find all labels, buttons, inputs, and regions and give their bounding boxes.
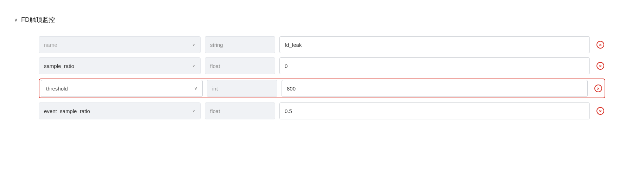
dropdown-chevron-icon-row-event-sample-ratio: ∨	[192, 108, 195, 113]
dropdown-chevron-icon-row-name: ∨	[192, 42, 195, 47]
section-title: FD触顶监控	[21, 15, 55, 24]
form-row-row-name: name∨stringfd_leak×	[39, 36, 605, 53]
field-type-row-event-sample-ratio: float	[205, 102, 275, 119]
form-rows-container: name∨stringfd_leak×sample_ratio∨float0×t…	[11, 36, 633, 119]
circle-x-icon-row-name: ×	[596, 41, 604, 49]
delete-button-row-name[interactable]: ×	[595, 41, 605, 49]
circle-x-icon-row-event-sample-ratio: ×	[596, 107, 604, 115]
circle-x-icon-row-sample-ratio: ×	[596, 62, 604, 70]
field-name-text-row-sample-ratio: sample_ratio	[44, 63, 74, 69]
field-name-dropdown-row-event-sample-ratio[interactable]: event_sample_ratio∨	[39, 102, 201, 119]
form-row-row-threshold: threshold∨int800×	[39, 79, 605, 98]
field-name-text-row-name: name	[44, 42, 57, 48]
field-type-row-sample-ratio: float	[205, 57, 275, 74]
form-row-row-event-sample-ratio: event_sample_ratio∨float0.5×	[39, 102, 605, 119]
delete-button-row-event-sample-ratio[interactable]: ×	[595, 107, 605, 115]
chevron-down-icon[interactable]: ∨	[14, 17, 18, 23]
section-header: ∨ FD触顶监控	[11, 11, 633, 29]
field-name-text-row-event-sample-ratio: event_sample_ratio	[44, 108, 90, 114]
delete-button-row-sample-ratio[interactable]: ×	[595, 62, 605, 70]
field-name-dropdown-row-threshold[interactable]: threshold∨	[41, 80, 203, 97]
delete-button-row-threshold[interactable]: ×	[593, 85, 603, 92]
field-value-row-name[interactable]: fd_leak	[279, 36, 590, 53]
dropdown-chevron-icon-row-sample-ratio: ∨	[192, 63, 195, 68]
field-name-text-row-threshold: threshold	[46, 86, 68, 92]
field-value-row-threshold[interactable]: 800	[282, 80, 588, 97]
field-value-row-sample-ratio[interactable]: 0	[279, 57, 590, 74]
field-type-row-threshold: int	[207, 80, 277, 97]
fd-monitor-section: ∨ FD触顶监控 name∨stringfd_leak×sample_ratio…	[0, 7, 644, 126]
field-type-row-name: string	[205, 36, 275, 53]
form-row-row-sample-ratio: sample_ratio∨float0×	[39, 57, 605, 74]
field-name-dropdown-row-sample-ratio[interactable]: sample_ratio∨	[39, 57, 201, 74]
field-name-dropdown-row-name[interactable]: name∨	[39, 36, 201, 53]
field-value-row-event-sample-ratio[interactable]: 0.5	[279, 102, 590, 119]
dropdown-chevron-icon-row-threshold: ∨	[194, 86, 197, 91]
circle-x-icon-row-threshold: ×	[594, 85, 602, 92]
